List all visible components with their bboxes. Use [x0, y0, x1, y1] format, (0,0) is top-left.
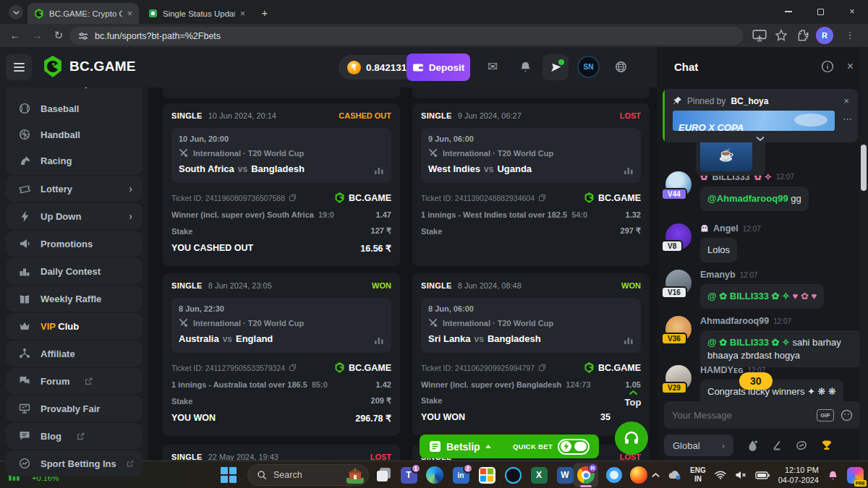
teams-icon[interactable]: T1	[399, 466, 418, 484]
task-view-button[interactable]	[375, 466, 393, 484]
photos-icon[interactable]	[605, 466, 624, 484]
sidebar-item-baseball[interactable]: Baseball	[6, 95, 142, 121]
tab-close-icon[interactable]: ×	[240, 9, 245, 19]
stats-icon[interactable]	[624, 337, 634, 344]
info-icon[interactable]	[821, 60, 834, 73]
wifi-icon[interactable]	[715, 471, 726, 479]
maximize-button[interactable]	[804, 0, 836, 23]
linkedin-icon[interactable]: in2	[451, 466, 470, 484]
site-info-icon[interactable]	[78, 32, 88, 40]
close-icon[interactable]: ×	[843, 95, 849, 106]
expand-icon[interactable]	[756, 136, 765, 142]
start-button[interactable]	[221, 467, 237, 483]
clock[interactable]: 12:10 PM04-07-2024	[778, 465, 819, 486]
mail-icon[interactable]: ✉	[488, 59, 498, 74]
language-indicator[interactable]: ENGIN	[690, 466, 706, 484]
close-icon[interactable]: ×	[847, 60, 854, 73]
room-selector[interactable]: Global ›	[664, 435, 733, 456]
extensions-icon[interactable]	[796, 29, 810, 42]
firefox-icon[interactable]	[629, 466, 648, 484]
pinned-banner[interactable]: EURO X COPA	[673, 111, 835, 131]
sidebar-item-affiliate[interactable]: Affiliate	[6, 341, 142, 367]
notification-bell-icon[interactable]	[827, 470, 838, 481]
sidebar-item-up-down[interactable]: Up Down ›	[6, 203, 142, 229]
message-input[interactable]	[672, 410, 810, 421]
coin-flip-icon[interactable]	[796, 440, 807, 451]
sidebar-item-handball[interactable]: Handball	[6, 121, 142, 147]
new-tab-button[interactable]: +	[258, 5, 272, 20]
sidebar-item-weekly-raffle[interactable]: Weekly Raffle	[6, 286, 142, 312]
battery-icon[interactable]	[755, 471, 770, 479]
minimize-button[interactable]	[773, 0, 804, 23]
word-icon[interactable]: W	[556, 466, 574, 484]
sidebar-item-racing[interactable]: Racing	[6, 147, 142, 174]
menu-kebab-icon[interactable]: ⋮	[842, 28, 858, 43]
sidebar-item-blog[interactable]: Blog	[6, 423, 142, 449]
url-bar[interactable]: bc.fun/sports?bt-path=%2Fbets	[69, 27, 744, 45]
store-icon[interactable]	[477, 466, 496, 484]
unread-count-pill[interactable]: 30	[739, 372, 773, 390]
edge-icon[interactable]	[425, 466, 444, 484]
search-highlight-image[interactable]	[346, 466, 364, 484]
copy-icon[interactable]	[538, 194, 546, 202]
user-avatar[interactable]: SN	[577, 56, 600, 78]
trophy-icon[interactable]	[821, 440, 833, 451]
forward-button[interactable]: →	[29, 28, 45, 43]
more-icon[interactable]: ⋯	[843, 114, 852, 124]
close-button[interactable]: ×	[836, 0, 868, 23]
gif-icon[interactable]: GIF	[817, 409, 834, 421]
excel-icon[interactable]: X	[529, 466, 548, 484]
bell-icon[interactable]	[519, 61, 532, 73]
chrome-icon[interactable]: R	[574, 463, 598, 487]
browser-profile-avatar[interactable]: R	[816, 27, 833, 44]
pinned-message[interactable]: Pinned by BC_hoya × EURO X COPA ⋯	[663, 89, 858, 142]
tab-close-icon[interactable]: ×	[127, 9, 132, 19]
scroll-top-button[interactable]: Top	[618, 390, 648, 408]
copy-icon[interactable]	[289, 364, 297, 372]
browser-tab-active[interactable]: BC.GAME: Crypto Casino Game ×	[27, 3, 139, 24]
browser-scrollbar[interactable]	[859, 47, 868, 461]
support-button[interactable]	[615, 421, 648, 455]
onedrive-icon[interactable]	[668, 470, 681, 480]
cast-icon[interactable]	[752, 29, 767, 42]
username[interactable]: HAMDYᴇɢ	[700, 365, 743, 375]
tray-chevron-icon[interactable]	[652, 472, 660, 478]
globe-icon[interactable]	[615, 61, 627, 73]
rain-icon[interactable]	[747, 440, 758, 452]
chat-toggle-button[interactable]	[542, 54, 569, 80]
stats-icon[interactable]	[624, 167, 634, 174]
hamburger-button[interactable]	[6, 54, 32, 80]
betslip-bar[interactable]: Betslip QUICK BET	[420, 435, 599, 458]
deposit-button[interactable]: Deposit	[407, 53, 470, 81]
copy-icon[interactable]	[289, 194, 297, 202]
emoji-icon[interactable]	[841, 409, 853, 421]
stats-icon[interactable]	[374, 167, 384, 174]
sidebar-item-vip-club[interactable]: VIP Club	[6, 313, 142, 339]
gif-thumbnail[interactable]: ☕	[700, 138, 752, 171]
event-box[interactable]: 9 Jun, 06:00 International · T20 World C…	[421, 128, 641, 183]
sidebar-item-daily-contest[interactable]: Daily Contest	[6, 258, 142, 284]
copilot-icon[interactable]: PRE	[847, 467, 864, 484]
brand-logo[interactable]: BC.GAME	[42, 56, 136, 77]
browser-tab[interactable]: Single Status Update from 07/0 ×	[142, 3, 252, 24]
sidebar-item-forum[interactable]: Forum	[6, 368, 142, 394]
taskbar-search[interactable]: Search	[247, 464, 369, 486]
scrollbar-thumb[interactable]	[861, 145, 867, 191]
event-box[interactable]: 10 Jun, 20:00 International · T20 World …	[171, 128, 391, 183]
username[interactable]: Emanyb	[700, 270, 736, 280]
mention[interactable]: @ ✿ BILLI333 ✿ ✧	[707, 291, 790, 301]
bookmark-star-icon[interactable]	[774, 29, 788, 42]
username[interactable]: Angel	[713, 223, 739, 234]
sidebar-item-sport-betting-insight[interactable]: Sport Betting Insig	[6, 450, 142, 476]
tab-search-button[interactable]	[9, 5, 23, 20]
volume-muted-icon[interactable]	[735, 471, 746, 479]
reload-button[interactable]: ↻	[51, 28, 67, 43]
mention[interactable]: @Ahmadfarooq99	[707, 193, 788, 204]
copy-icon[interactable]	[538, 364, 546, 372]
sidebar-item-provably-fair[interactable]: Provably Fair	[6, 395, 142, 421]
event-box[interactable]: 8 Jun, 06:00 International · T20 World C…	[421, 298, 641, 353]
username[interactable]: Ahmadfarooq99	[700, 316, 769, 326]
quick-bet-toggle[interactable]	[558, 439, 590, 455]
sidebar-item-lottery[interactable]: Lottery ›	[6, 176, 142, 202]
mention[interactable]: @ ✿ BILLI333 ✿ ✧	[707, 337, 790, 348]
